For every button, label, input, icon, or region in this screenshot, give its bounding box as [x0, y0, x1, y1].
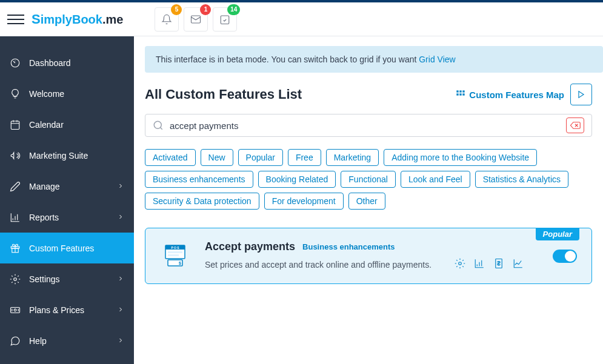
svg-rect-10: [460, 90, 462, 92]
sidebar-item-manage[interactable]: Manage: [0, 171, 134, 202]
gear-icon: [10, 274, 21, 285]
svg-rect-9: [457, 90, 459, 92]
sidebar-item-dashboard[interactable]: Dashboard: [0, 47, 134, 78]
svg-rect-12: [457, 93, 459, 95]
sidebar-item-reports[interactable]: Reports: [0, 202, 134, 233]
filter-tag-activated[interactable]: Activated: [145, 149, 196, 166]
svg-text:P O S: P O S: [171, 245, 179, 249]
svg-point-24: [459, 262, 462, 265]
chat-icon: [10, 336, 21, 346]
chevron-right-icon: [117, 213, 124, 222]
svg-marker-15: [579, 91, 584, 98]
feature-card-accept-payments[interactable]: Popular P O S$ Accept payments Business …: [145, 228, 592, 284]
dashboard-icon: [10, 58, 21, 68]
sidebar-item-welcome[interactable]: Welcome: [0, 78, 134, 109]
filter-tags: ActivatedNewPopularFreeMarketingAdding m…: [145, 149, 603, 210]
calendar-check-icon: [219, 14, 230, 25]
svg-rect-0: [192, 16, 201, 23]
chevron-right-icon: [117, 182, 124, 191]
sidebar-item-label: Settings: [29, 274, 60, 284]
search-box[interactable]: [145, 114, 592, 137]
sidebar-item-label: Manage: [29, 182, 60, 191]
filter-tag-marketing[interactable]: Marketing: [326, 149, 379, 166]
sidebar-item-label: Reports: [29, 213, 59, 222]
sidebar-item-calendar[interactable]: Calendar: [0, 109, 134, 140]
filter-tag-popular[interactable]: Popular: [238, 149, 283, 166]
pos-icon: P O S$: [160, 241, 190, 271]
filter-tag-look-and-feel[interactable]: Look and Feel: [401, 171, 470, 188]
notifications-button[interactable]: 5: [155, 7, 179, 31]
bulb-icon: [10, 88, 21, 99]
filter-tag-free[interactable]: Free: [288, 149, 321, 166]
clear-search-button[interactable]: [566, 117, 584, 133]
search-icon: [153, 120, 164, 131]
chevron-right-icon: [117, 305, 124, 315]
sidebar-item-settings[interactable]: Settings: [0, 263, 134, 294]
popular-badge: Popular: [536, 228, 579, 240]
messages-badge: 1: [200, 4, 211, 15]
svg-rect-3: [11, 121, 19, 130]
svg-point-6: [14, 277, 17, 280]
banner-text: This interface is in beta mode. You can …: [156, 55, 419, 64]
analytics-feature-icon[interactable]: [513, 258, 524, 271]
sidebar-item-label: Help: [29, 336, 47, 346]
chevron-right-icon: [117, 274, 124, 284]
svg-rect-11: [463, 90, 465, 92]
settings-feature-icon[interactable]: [455, 258, 465, 271]
gift-icon: [10, 243, 21, 254]
sidebar-item-marketing-suite[interactable]: Marketing Suite: [0, 140, 134, 171]
money-icon: [10, 305, 21, 316]
bookings-badge: 14: [227, 4, 240, 15]
sidebar-item-label: Plans & Prices: [29, 305, 84, 315]
sidebar-item-label: Marketing Suite: [29, 151, 88, 160]
pencil-icon: [10, 181, 21, 192]
notifications-badge: 5: [171, 4, 182, 15]
sidebar-item-label: Custom Features: [29, 243, 94, 253]
logo[interactable]: SimplyBook.me: [32, 12, 123, 27]
bell-icon: [161, 14, 172, 25]
feature-toggle[interactable]: [553, 250, 577, 263]
svg-rect-21: [168, 254, 179, 256]
sidebar-item-plans-prices[interactable]: Plans & Prices: [0, 294, 134, 325]
sidebar: DashboardWelcomeCalendarMarketing SuiteM…: [0, 36, 134, 364]
filter-tag-for-development[interactable]: For development: [264, 193, 344, 210]
chart-icon: [10, 212, 21, 223]
topbar: SimplyBook.me 5 1 14: [0, 2, 603, 36]
filter-tag-other[interactable]: Other: [348, 193, 385, 210]
hamburger-menu[interactable]: [7, 11, 24, 28]
sidebar-item-help[interactable]: Help: [0, 325, 134, 356]
features-map-label: Custom Features Map: [469, 90, 564, 100]
filter-tag-new[interactable]: New: [201, 149, 233, 166]
svg-point-8: [14, 309, 16, 311]
feature-description: Set prices and accept and track online a…: [205, 260, 431, 270]
search-input[interactable]: [170, 121, 561, 131]
filter-tag-booking-related[interactable]: Booking Related: [258, 171, 336, 188]
feature-title: Accept payments: [205, 240, 295, 253]
filter-tag-functional[interactable]: Functional: [341, 171, 396, 188]
svg-text:$: $: [179, 261, 181, 266]
play-video-button[interactable]: [570, 84, 592, 105]
filter-tag-security-data-protection[interactable]: Security & Data protection: [145, 193, 259, 210]
feature-category[interactable]: Business enhancements: [302, 242, 395, 251]
sidebar-item-label: Calendar: [29, 120, 64, 130]
grid-view-link[interactable]: Grid View: [419, 55, 455, 64]
svg-rect-20: [168, 251, 182, 253]
invoice-feature-icon[interactable]: [493, 258, 504, 271]
sidebar-item-label: Dashboard: [29, 58, 71, 68]
filter-tag-business-enhancements[interactable]: Business enhancements: [145, 171, 253, 188]
sidebar-item-custom-features[interactable]: Custom Features: [0, 233, 134, 263]
backspace-icon: [570, 121, 581, 130]
chevron-right-icon: [117, 336, 124, 346]
filter-tag-adding-more-to-the-booking-website[interactable]: Adding more to the Booking Website: [384, 149, 537, 166]
grid-icon: [456, 90, 465, 99]
play-icon: [577, 90, 585, 99]
page-title: All Custom Features List: [145, 87, 302, 102]
main-content: This interface is in beta mode. You can …: [134, 36, 603, 364]
svg-rect-13: [460, 93, 462, 95]
bookings-button[interactable]: 14: [213, 7, 237, 31]
messages-button[interactable]: 1: [184, 7, 208, 31]
filter-tag-statistics-analytics[interactable]: Statistics & Analytics: [475, 171, 568, 188]
report-feature-icon[interactable]: [474, 258, 485, 271]
megaphone-icon: [10, 150, 21, 161]
features-map-link[interactable]: Custom Features Map: [456, 90, 564, 100]
